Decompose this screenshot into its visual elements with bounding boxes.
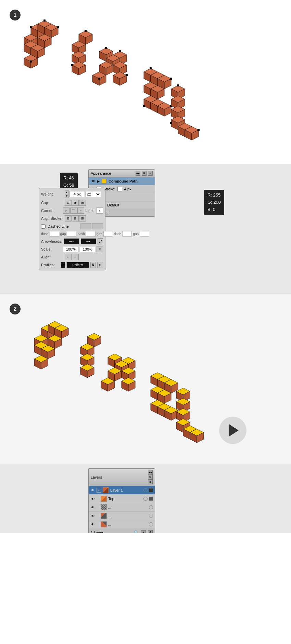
dots2-target[interactable] bbox=[149, 514, 153, 518]
dots2-eye-icon[interactable]: 👁 bbox=[90, 513, 95, 518]
profiles-start-select[interactable]: — bbox=[61, 262, 65, 268]
gap-label-3: gap bbox=[133, 232, 139, 236]
dash-input-3[interactable] bbox=[122, 231, 132, 237]
cap-butt[interactable]: ⊟ bbox=[65, 200, 72, 206]
align-center[interactable]: ⊟ bbox=[65, 215, 72, 222]
compound-path-label: Compound Path bbox=[109, 179, 138, 183]
dash-label-2: dash bbox=[77, 232, 85, 236]
step-badge-2: 2 bbox=[10, 304, 21, 314]
limit-label: Limit: bbox=[86, 209, 95, 213]
profiles-select[interactable]: Uniform bbox=[66, 262, 89, 268]
svg-rect-93 bbox=[143, 105, 145, 107]
scale-label: Scale: bbox=[41, 247, 62, 251]
scale-input-1[interactable] bbox=[63, 246, 78, 252]
layer-row-top[interactable]: 👁 Top bbox=[89, 495, 155, 503]
pixel-art-2: .top-y { fill: #f5c800; } .left-r { fill… bbox=[27, 314, 233, 458]
layer1-target[interactable] bbox=[143, 488, 148, 492]
layers-menu-btn[interactable]: ≡ bbox=[148, 480, 153, 484]
swap-arrows-btn[interactable]: ⇄ bbox=[98, 238, 103, 244]
dash-input-1[interactable] bbox=[50, 231, 59, 237]
svg-rect-63 bbox=[105, 47, 107, 49]
limit-input[interactable] bbox=[96, 207, 103, 214]
panel-close-btn[interactable]: ✕ bbox=[142, 171, 147, 176]
expand-icon[interactable]: ▶ bbox=[97, 179, 100, 183]
layer-row-layer1[interactable]: 👁 ▾ Layer 1 bbox=[89, 486, 155, 495]
pixel-art-1: .top { fill: #d4704a; } .left { fill: #a… bbox=[0, 0, 240, 157]
panel-menu-btn[interactable]: ≡ bbox=[148, 171, 153, 176]
visibility-icon[interactable]: 👁 bbox=[91, 179, 95, 183]
weight-down[interactable]: ▼ bbox=[65, 194, 69, 198]
align-row: Align: ← → bbox=[41, 254, 103, 260]
dashed-label: Dashed Line bbox=[48, 224, 69, 228]
layer1-eye-icon[interactable]: 👁 bbox=[90, 488, 95, 493]
top-layer-name: Top bbox=[108, 497, 142, 501]
weight-input[interactable] bbox=[69, 191, 85, 197]
dots3-thumb bbox=[101, 521, 107, 527]
align-stroke-row: Align Stroke: ⊟ ⊟ ⊟ bbox=[41, 215, 103, 222]
profiles-btn-2[interactable]: ⊕ bbox=[97, 262, 103, 268]
dots1-target[interactable] bbox=[149, 505, 153, 509]
corner-round[interactable]: ⌒ bbox=[70, 207, 77, 214]
weight-select[interactable]: px bbox=[86, 191, 101, 197]
cap-square[interactable]: ⊠ bbox=[79, 200, 86, 206]
search-icon[interactable]: 🔍 bbox=[134, 530, 139, 533]
section-1: 1 .top { fill: #d4704a; } .left { fill: … bbox=[0, 0, 291, 164]
dots1-eye-icon[interactable]: 👁 bbox=[90, 505, 95, 510]
arrowheads-row: Arrowheads: —▾ —▾ ⇄ bbox=[41, 238, 103, 244]
layers-collapse-btn[interactable]: ◂◂ bbox=[148, 470, 153, 475]
gap-input-1[interactable] bbox=[67, 231, 76, 237]
layer1-expand-icon[interactable]: ▾ bbox=[97, 488, 101, 493]
arrowhead-start[interactable]: —▾ bbox=[64, 238, 79, 244]
dashed-line-row: Dashed Line bbox=[41, 223, 103, 229]
top-select[interactable] bbox=[149, 497, 153, 501]
layer-row-dots2[interactable]: 👁 ... bbox=[89, 512, 155, 520]
align-inside[interactable]: ⊟ bbox=[72, 215, 79, 222]
corner-miter[interactable]: ⌐ bbox=[63, 207, 70, 214]
scale-input-2[interactable] bbox=[80, 246, 95, 252]
align-btn-2[interactable]: → bbox=[72, 254, 79, 260]
align-btn-1[interactable]: ← bbox=[65, 254, 72, 260]
dots3-eye-icon[interactable]: 👁 bbox=[90, 522, 95, 527]
corner-bevel[interactable]: ⌐ bbox=[77, 207, 84, 214]
dashed-checkbox[interactable] bbox=[41, 224, 46, 229]
corner-row: Corner: ⌐ ⌒ ⌐ Limit: bbox=[41, 207, 103, 214]
gap-input-3[interactable] bbox=[140, 231, 149, 237]
panel-collapse-btn[interactable]: ◂◂ bbox=[136, 171, 140, 176]
layer1-select[interactable] bbox=[149, 488, 153, 492]
top-thumb bbox=[101, 496, 107, 502]
stroke-color-swatch[interactable] bbox=[117, 187, 122, 191]
top-eye-icon[interactable]: 👁 bbox=[90, 496, 95, 501]
dash-pattern-1 bbox=[80, 223, 91, 229]
svg-rect-24 bbox=[30, 26, 32, 28]
opacity-value: Default bbox=[107, 203, 119, 207]
layer-row-dots1[interactable]: 👁 ... bbox=[89, 503, 155, 512]
svg-rect-25 bbox=[43, 19, 46, 22]
svg-rect-40 bbox=[85, 30, 87, 32]
dash-input-2[interactable] bbox=[86, 231, 96, 237]
scale-extra-btn[interactable]: ⊞ bbox=[97, 246, 103, 252]
layer-row-dots3[interactable]: 👁 ... bbox=[89, 520, 155, 529]
top-target[interactable] bbox=[143, 497, 148, 501]
svg-rect-27 bbox=[30, 61, 32, 63]
align-stroke-label: Align Stroke: bbox=[41, 216, 63, 220]
add-layer-btn[interactable]: + bbox=[141, 530, 146, 533]
play-cursor[interactable] bbox=[219, 417, 246, 444]
layers-panel-controls[interactable]: ◂◂ ✕ ≡ bbox=[148, 470, 153, 484]
layers-close-btn[interactable]: ✕ bbox=[148, 475, 153, 480]
cap-round[interactable]: ◉ bbox=[72, 200, 79, 206]
corner-icons: ⌐ ⌒ ⌐ bbox=[63, 207, 84, 214]
svg-rect-41 bbox=[71, 64, 73, 66]
stroke-panel: Weight: ▲ ▼ px Cap: ⊟ ◉ ⊠ Corne bbox=[39, 188, 105, 270]
dots3-target[interactable] bbox=[149, 522, 153, 526]
gap-input-2[interactable] bbox=[103, 231, 113, 237]
panel-controls[interactable]: ◂◂ ✕ ≡ bbox=[136, 171, 153, 176]
weight-up[interactable]: ▲ bbox=[65, 190, 69, 194]
arrowheads-label: Arrowheads: bbox=[41, 239, 62, 243]
arrowhead-end[interactable]: —▾ bbox=[81, 238, 97, 244]
cap-icons: ⊟ ◉ ⊠ bbox=[65, 200, 86, 206]
layers-count: 1 Layer bbox=[91, 531, 103, 533]
stroke-value: 4 px bbox=[124, 187, 131, 191]
delete-layer-btn[interactable]: 🗑 bbox=[148, 530, 153, 533]
profiles-btn-1[interactable]: ⇅ bbox=[90, 262, 96, 268]
align-outside[interactable]: ⊟ bbox=[79, 215, 86, 222]
